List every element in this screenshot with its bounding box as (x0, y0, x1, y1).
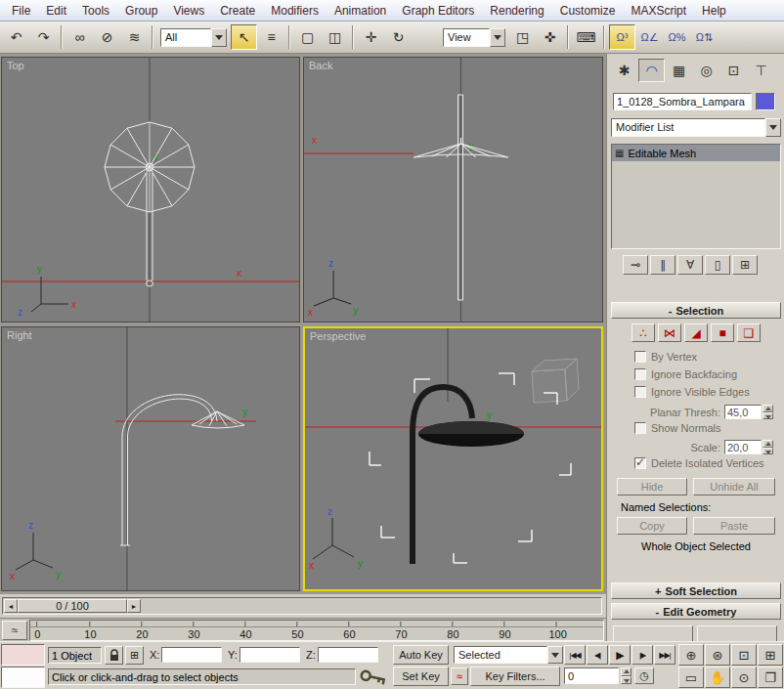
selection-filter-dropdown[interactable]: All (160, 28, 227, 47)
use-pivot-point-center-icon[interactable]: ◳ (509, 24, 536, 50)
tab-display[interactable]: ⊡ (720, 59, 747, 82)
zoom-extents-icon[interactable]: ⊡ (731, 644, 757, 666)
unhide-all-button[interactable]: Unhide All (693, 478, 775, 495)
configure-modifier-sets-icon[interactable]: ⊞ (732, 255, 758, 275)
rollout-soft-selection[interactable]: + Soft Selection (611, 582, 781, 599)
selection-set-dropdown[interactable]: Selected (454, 646, 563, 665)
tab-modify[interactable]: ◠ (638, 59, 665, 82)
normals-scale-spinner[interactable] (762, 440, 773, 454)
macro-recorder-field[interactable] (1, 644, 45, 666)
clipped-rollout-button[interactable] (613, 625, 693, 641)
chevron-down-icon[interactable] (547, 646, 563, 664)
zoom-region-icon[interactable]: ▭ (678, 667, 704, 688)
normals-scale-field[interactable]: 20,0 (724, 440, 762, 454)
unlink-selection-icon[interactable]: ⊘ (94, 24, 120, 50)
select-and-rotate-icon[interactable]: ↻ (385, 24, 412, 50)
zoom-all-icon[interactable]: ⊛ (705, 644, 730, 666)
chevron-down-icon[interactable] (490, 28, 505, 47)
modifier-list-dropdown[interactable]: Modifier List (611, 118, 781, 137)
pan-icon[interactable]: ✋ (705, 667, 730, 688)
zoom-extents-all-icon[interactable]: ⊞ (758, 644, 783, 666)
edge-icon[interactable]: ⋈ (658, 323, 681, 342)
menu-customize[interactable]: Customize (552, 2, 624, 20)
min-max-toggle-icon[interactable]: ❐ (758, 667, 783, 688)
tab-hierarchy[interactable]: ▦ (666, 59, 692, 82)
remove-modifier-icon[interactable]: ▯ (705, 255, 730, 275)
key-filters-button[interactable]: Key Filters... (470, 667, 560, 686)
by-vertex-checkbox[interactable] (634, 351, 646, 363)
clipped-rollout-button[interactable] (697, 625, 777, 641)
play-button[interactable]: ▶ (609, 645, 631, 665)
y-coordinate-field[interactable] (240, 647, 300, 663)
time-slider-track[interactable]: ◄ 0 / 100 ► (2, 597, 602, 615)
set-key-button[interactable]: Set Key (393, 667, 449, 686)
tab-motion[interactable]: ◎ (693, 59, 719, 82)
pin-stack-icon[interactable]: ⊸ (623, 255, 648, 275)
select-and-scale-icon[interactable] (413, 24, 439, 50)
set-keys-button[interactable] (356, 665, 390, 689)
next-frame-arrow-icon[interactable]: ► (127, 599, 141, 613)
absolute-mode-transform-icon[interactable]: ⊞ (125, 646, 144, 665)
menu-views[interactable]: Views (165, 2, 212, 20)
bind-to-space-warp-icon[interactable]: ≋ (121, 24, 148, 50)
viewport-back[interactable]: Back x y z x y (303, 57, 603, 323)
object-name-field[interactable]: 1_0128_Sombra_Lampara (613, 93, 752, 110)
auto-key-button[interactable]: Auto Key (393, 645, 449, 665)
tab-create[interactable]: ✱ (611, 59, 637, 82)
menu-group[interactable]: Group (117, 2, 165, 20)
rollout-edit-geometry[interactable]: - Edit Geometry (611, 603, 781, 620)
angle-snap-icon[interactable]: Ω∠ (636, 24, 663, 50)
show-end-result-icon[interactable]: ∥ (650, 255, 675, 275)
z-coordinate-field[interactable] (318, 647, 378, 663)
select-by-name-icon[interactable]: ≡ (258, 24, 284, 50)
ignore-backfacing-checkbox[interactable] (634, 368, 646, 380)
menu-create[interactable]: Create (212, 2, 263, 20)
ignore-visible-edges-checkbox[interactable] (634, 386, 646, 398)
keyboard-shortcut-override-icon[interactable]: ⌨ (573, 24, 599, 50)
viewport-right[interactable]: Right y z x y (1, 326, 300, 591)
frame-spinner[interactable] (621, 667, 632, 684)
x-coordinate-field[interactable] (161, 647, 222, 663)
go-to-start-button[interactable]: |◀◀ (564, 645, 586, 665)
menu-help[interactable]: Help (694, 2, 734, 20)
delete-isolated-vertices-checkbox[interactable] (634, 457, 646, 469)
next-frame-button[interactable]: |▶ (632, 645, 653, 665)
selection-lock-toggle[interactable] (105, 646, 123, 665)
menu-maxscript[interactable]: MAXScript (623, 2, 694, 20)
current-frame-field[interactable]: 0 (564, 667, 619, 684)
window-crossing-icon[interactable]: ◫ (322, 24, 348, 50)
copy-button[interactable]: Copy (617, 517, 687, 535)
menu-file[interactable]: File (4, 2, 38, 20)
hide-button[interactable]: Hide (617, 478, 687, 495)
menu-rendering[interactable]: Rendering (482, 2, 551, 20)
show-normals-checkbox[interactable] (634, 422, 646, 434)
undo-icon[interactable]: ↶ (3, 24, 29, 50)
viewport-perspective[interactable]: Perspective y z x y (303, 326, 603, 591)
menu-tools[interactable]: Tools (74, 2, 117, 20)
go-to-end-button[interactable]: ▶▶| (654, 645, 675, 665)
chevron-down-icon[interactable] (765, 118, 781, 137)
make-unique-icon[interactable]: ∀ (677, 255, 703, 275)
modifier-stack-list[interactable]: ▦ Editable Mesh (611, 144, 781, 249)
reference-coordinate-dropdown[interactable]: View (443, 28, 505, 47)
zoom-icon[interactable]: ⊕ (678, 644, 704, 666)
select-and-link-icon[interactable]: ∞ (66, 24, 93, 50)
select-object-icon[interactable]: ↖ (231, 24, 257, 50)
object-color-swatch[interactable] (756, 93, 775, 110)
select-and-manipulate-icon[interactable]: ✜ (537, 24, 563, 50)
percent-snap-icon[interactable]: Ω% (664, 24, 690, 50)
face-icon[interactable]: ◢ (684, 323, 708, 342)
modifier-stack-item-editable-mesh[interactable]: ▦ Editable Mesh (612, 145, 780, 161)
select-and-move-icon[interactable]: ✛ (358, 24, 384, 50)
key-tangents-icon[interactable]: ≈ (451, 667, 468, 685)
rollout-selection[interactable]: - Selection (611, 302, 781, 319)
previous-frame-arrow-icon[interactable]: ◄ (4, 599, 18, 613)
polygon-icon[interactable]: ■ (711, 323, 734, 342)
snaps-toggle-icon[interactable]: Ω³ (609, 24, 635, 50)
element-icon[interactable]: ❑ (737, 323, 761, 342)
track-bar-ruler[interactable]: 0 10 20 30 40 50 60 70 80 90 100 (29, 620, 604, 641)
previous-frame-button[interactable]: ◀| (587, 645, 608, 665)
time-configuration-button[interactable]: ◷ (634, 667, 654, 684)
arc-rotate-icon[interactable]: ⊙ (731, 667, 757, 688)
menu-graph-editors[interactable]: Graph Editors (394, 2, 482, 20)
